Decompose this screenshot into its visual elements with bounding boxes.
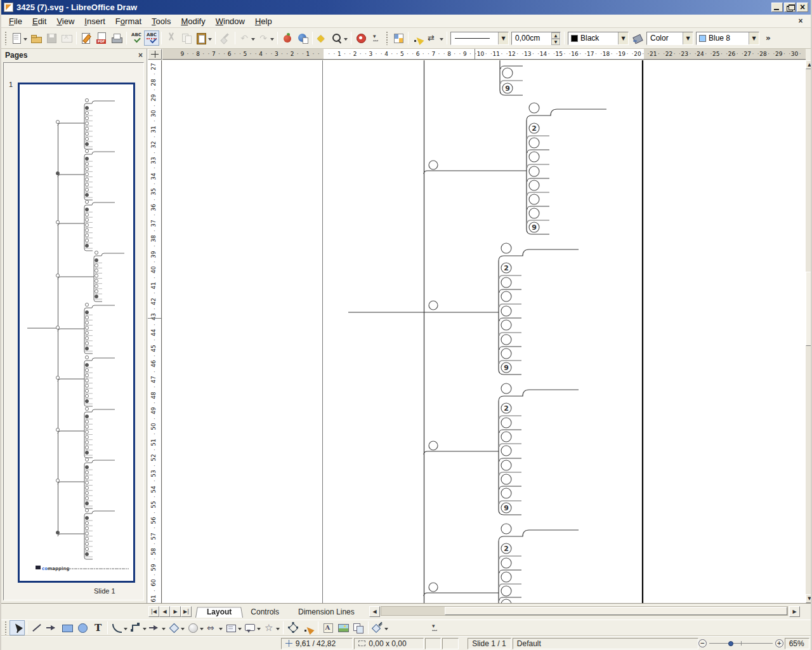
- tab-layout[interactable]: Layout: [195, 606, 243, 618]
- vertical-ruler[interactable]: 27·28·29·30·31·32·33·34·35·36·37·38·39·4…: [148, 60, 162, 603]
- save-button[interactable]: [44, 30, 59, 46]
- cut-button[interactable]: [164, 30, 179, 46]
- ellipse-button[interactable]: [75, 620, 90, 635]
- connector-button[interactable]: [129, 620, 148, 635]
- previous-page-button[interactable]: ◀: [159, 606, 170, 617]
- menu-window[interactable]: Window: [211, 15, 250, 27]
- dropdown-arrow-icon[interactable]: [124, 628, 128, 632]
- flowchart-button[interactable]: [224, 620, 243, 635]
- minimize-button[interactable]: [771, 3, 783, 12]
- branch-group[interactable]: 29: [424, 103, 606, 234]
- scroll-right-icon[interactable]: ▶: [789, 606, 800, 617]
- tab-dimension-lines[interactable]: Dimension Lines: [287, 606, 366, 618]
- extrusion-button[interactable]: [370, 620, 390, 635]
- dropdown-arrow-icon[interactable]: [251, 38, 255, 43]
- insert-table-button[interactable]: [391, 30, 406, 46]
- branch-group[interactable]: 29: [424, 383, 579, 515]
- horizontal-ruler[interactable]: 9··8··7··6··5··4··3··2··1····1··2··3··4·…: [162, 49, 806, 60]
- line-color-dropdown-icon[interactable]: ▼: [618, 32, 628, 44]
- close-document-icon[interactable]: ×: [796, 17, 806, 26]
- toolbar-options-button[interactable]: [428, 620, 443, 635]
- spin-down-icon[interactable]: ▼: [551, 39, 560, 45]
- glue-points-insert-button[interactable]: [301, 620, 316, 635]
- menu-tools[interactable]: Tools: [147, 15, 176, 27]
- zoom-out-icon[interactable]: −: [698, 639, 707, 647]
- dropdown-arrow-icon[interactable]: [208, 38, 212, 43]
- area-fill-button[interactable]: [630, 30, 645, 46]
- lines-arrows-button[interactable]: [148, 620, 167, 635]
- horizontal-scrollbar[interactable]: [381, 606, 788, 616]
- fill-style-dropdown-icon[interactable]: ▼: [683, 32, 693, 44]
- menu-edit[interactable]: Edit: [27, 15, 51, 27]
- fill-color-select[interactable]: Blue 8 ▼: [696, 32, 759, 45]
- dropdown-arrow-icon[interactable]: [181, 628, 185, 632]
- first-page-button[interactable]: |◀: [148, 606, 159, 617]
- zoom-slider-thumb[interactable]: [728, 641, 733, 646]
- clone-formatting-button[interactable]: [218, 30, 233, 46]
- email-button[interactable]: [59, 30, 74, 46]
- export-pdf-button[interactable]: [94, 30, 109, 46]
- vertical-scroll-thumb[interactable]: [806, 272, 812, 346]
- cursor-position-cell[interactable]: 9,61 / 42,82: [281, 638, 353, 649]
- pages-panel-close-icon[interactable]: ×: [138, 51, 143, 60]
- dropdown-arrow-icon[interactable]: [276, 628, 280, 632]
- menu-format[interactable]: Format: [110, 15, 147, 27]
- fill-color-dropdown-icon[interactable]: ▼: [749, 32, 759, 44]
- toolbar-more-button[interactable]: [369, 30, 384, 46]
- edit-points-button[interactable]: [410, 30, 426, 46]
- print-button[interactable]: [109, 30, 124, 46]
- drawing-canvas[interactable]: 92929292: [162, 60, 806, 603]
- callouts-button[interactable]: [243, 620, 262, 635]
- zoom-in-icon[interactable]: +: [775, 639, 783, 647]
- branch-group[interactable]: 9: [500, 60, 523, 95]
- undo-button[interactable]: ↶: [237, 30, 256, 46]
- menu-help[interactable]: Help: [250, 15, 277, 27]
- drawbar-handle[interactable]: [4, 621, 8, 635]
- select-button[interactable]: [10, 620, 25, 635]
- stars-button[interactable]: [262, 620, 281, 635]
- open-button[interactable]: [29, 30, 44, 46]
- help-button[interactable]: [353, 30, 369, 46]
- ruler-origin-button[interactable]: [148, 49, 162, 60]
- fill-style-select[interactable]: Color ▼: [646, 32, 693, 45]
- dropdown-arrow-icon[interactable]: [344, 38, 348, 43]
- toolbar-handle2[interactable]: [386, 31, 389, 45]
- menu-modify[interactable]: Modify: [176, 15, 210, 27]
- zoom-slider[interactable]: [709, 639, 773, 647]
- insert-ole-button[interactable]: [351, 620, 366, 635]
- new-button[interactable]: [10, 30, 29, 46]
- horizontal-scroll-thumb[interactable]: [445, 607, 787, 615]
- hyperlink-button[interactable]: [295, 30, 310, 46]
- toolbar-handle[interactable]: [4, 31, 8, 45]
- last-page-button[interactable]: ▶|: [181, 606, 192, 617]
- page-style-cell[interactable]: Default: [513, 638, 698, 649]
- insert-image-button[interactable]: [336, 620, 351, 635]
- dropdown-arrow-icon[interactable]: [200, 628, 204, 632]
- toolbar-overflow-button[interactable]: »: [763, 32, 773, 44]
- vertical-scrollbar[interactable]: ▲ ▼: [806, 60, 812, 603]
- text-button[interactable]: [90, 620, 105, 635]
- tab-controls[interactable]: Controls: [239, 606, 291, 618]
- fontwork-button[interactable]: [320, 620, 336, 635]
- slide-indicator-cell[interactable]: Slide 1 / 1: [468, 638, 511, 649]
- zoom-button[interactable]: [330, 30, 349, 46]
- edit-file-button[interactable]: [79, 30, 94, 46]
- dropdown-arrow-icon[interactable]: [238, 628, 242, 632]
- dropdown-arrow-icon[interactable]: [440, 38, 443, 43]
- curve-button[interactable]: [110, 620, 129, 635]
- spin-up-icon[interactable]: ▲: [551, 32, 560, 39]
- basic-shapes-button[interactable]: [167, 620, 186, 635]
- points-button[interactable]: [285, 620, 301, 635]
- scroll-up-icon[interactable]: ▲: [806, 60, 812, 69]
- menu-file[interactable]: File: [4, 15, 27, 27]
- line-button[interactable]: [29, 620, 44, 635]
- gallery-button[interactable]: [280, 30, 295, 46]
- redo-button[interactable]: ↷: [256, 30, 275, 46]
- glue-points-button[interactable]: [426, 30, 445, 46]
- page-thumbnail[interactable]: comapping: [18, 83, 135, 583]
- close-button[interactable]: [797, 3, 808, 12]
- zoom-percent-cell[interactable]: 65%: [785, 638, 809, 649]
- dropdown-arrow-icon[interactable]: [270, 38, 274, 43]
- paste-button[interactable]: [194, 30, 213, 46]
- spellcheck-button[interactable]: [129, 30, 144, 46]
